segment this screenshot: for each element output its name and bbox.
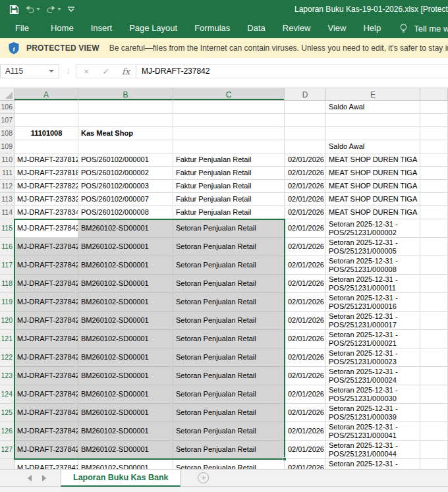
cell-F119[interactable] [420, 293, 448, 312]
cancel-icon[interactable]: × [76, 67, 96, 76]
cell-B119[interactable]: BM260102-SD00001 [78, 293, 173, 312]
cell-D109[interactable] [285, 140, 326, 153]
cell-B125[interactable]: BM260102-SD00001 [78, 404, 173, 422]
redo-button[interactable] [46, 5, 61, 14]
row-header-110[interactable]: 110 [0, 153, 14, 167]
row-header-117[interactable]: 117 [0, 256, 14, 275]
cell-F109[interactable] [420, 140, 448, 153]
cell-E111[interactable]: MEAT SHOP DUREN TIGA [326, 167, 420, 180]
column-header-B[interactable]: B [78, 88, 173, 101]
ribbon-tab-help[interactable]: Help [354, 18, 389, 38]
cell-A110[interactable]: MJ-DRAFT-237812 [14, 153, 78, 167]
cell-E116[interactable]: Setoran 2025-12-31 - POS/251231/000005 [326, 238, 420, 256]
cell-C107[interactable] [173, 114, 285, 127]
cell-A109[interactable] [14, 140, 78, 153]
cell-F116[interactable] [420, 238, 448, 256]
cell-C123[interactable]: Setoran Penjualan Retail [173, 367, 285, 385]
cell-A119[interactable]: MJ-DRAFT-237842 [14, 293, 78, 312]
row-header-108[interactable]: 108 [0, 127, 14, 140]
save-icon[interactable] [9, 5, 19, 14]
cell-D124[interactable]: 02/01/2026 [285, 385, 326, 404]
name-box[interactable]: A115 [0, 64, 59, 78]
cell-E120[interactable]: Setoran 2025-12-31 - POS/251231/000017 [326, 312, 420, 330]
cell-F111[interactable] [420, 167, 448, 180]
cell-C113[interactable]: Faktur Penjualan Retail [173, 193, 285, 206]
undo-dropdown-icon[interactable] [36, 8, 40, 11]
name-box-dropdown-icon[interactable] [49, 70, 54, 72]
column-header-F[interactable] [420, 88, 448, 101]
cell-E118[interactable]: Setoran 2025-12-31 - POS/251231/000011 [326, 275, 420, 293]
cell-B122[interactable]: BM260102-SD00001 [78, 348, 173, 367]
cell-E117[interactable]: Setoran 2025-12-31 - POS/251231/000008 [326, 256, 420, 275]
cell-F106[interactable] [420, 101, 448, 114]
row-header-124[interactable]: 124 [0, 385, 14, 404]
cell-D108[interactable] [285, 127, 326, 140]
cell-Bx[interactable]: BM260102-SD00001 [78, 459, 173, 469]
cell-A123[interactable]: MJ-DRAFT-237842 [14, 367, 78, 385]
cell-C108[interactable] [173, 127, 285, 140]
row-header-125[interactable]: 125 [0, 404, 14, 422]
redo-dropdown-icon[interactable] [57, 8, 61, 11]
ribbon-tab-view[interactable]: View [319, 18, 354, 38]
cell-B124[interactable]: BM260102-SD00001 [78, 385, 173, 404]
cell-F123[interactable] [420, 367, 448, 385]
insert-function-icon[interactable]: fx [116, 67, 136, 76]
cell-A125[interactable]: MJ-DRAFT-237842 [14, 404, 78, 422]
cell-E122[interactable]: Setoran 2025-12-31 - POS/251231/000023 [326, 348, 420, 367]
cell-C125[interactable]: Setoran Penjualan Retail [173, 404, 285, 422]
row-header-114[interactable]: 114 [0, 206, 14, 219]
row-header-partial[interactable] [0, 459, 14, 469]
row-header-112[interactable]: 112 [0, 180, 14, 193]
formula-bar-resize-handle[interactable]: ⁞ [67, 67, 69, 75]
row-header-126[interactable]: 126 [0, 422, 14, 441]
cell-A122[interactable]: MJ-DRAFT-237842 [14, 348, 78, 367]
cell-D116[interactable]: 02/01/2026 [285, 238, 326, 256]
row-header-122[interactable]: 122 [0, 348, 14, 367]
cell-C127[interactable]: Setoran Penjualan Retail [173, 441, 285, 459]
cell-F125[interactable] [420, 404, 448, 422]
cell-D115[interactable]: 02/01/2026 [285, 219, 326, 238]
cell-E108[interactable] [326, 127, 420, 140]
cell-D121[interactable]: 02/01/2026 [285, 330, 326, 348]
cell-D107[interactable] [285, 114, 326, 127]
cell-B106[interactable] [78, 101, 173, 114]
cell-D113[interactable]: 02/01/2026 [285, 193, 326, 206]
previous-sheet-icon[interactable] [28, 475, 32, 481]
row-header-115[interactable]: 115 [0, 219, 14, 238]
cell-A117[interactable]: MJ-DRAFT-237842 [14, 256, 78, 275]
cell-D118[interactable]: 02/01/2026 [285, 275, 326, 293]
sheet-tab-laporan-buku-kas-bank[interactable]: Laporan Buku Kas Bank [61, 470, 181, 487]
cell-C115[interactable]: Setoran Penjualan Retail [173, 219, 285, 238]
cell-E121[interactable]: Setoran 2025-12-31 - POS/251231/000021 [326, 330, 420, 348]
row-header-109[interactable]: 109 [0, 140, 14, 153]
cell-A115[interactable]: MJ-DRAFT-237842 [14, 219, 78, 238]
ribbon-tab-home[interactable]: Home [42, 18, 82, 38]
cell-C106[interactable] [173, 101, 285, 114]
cell-A106[interactable] [14, 101, 78, 114]
cell-A114[interactable]: MJ-DRAFT-237834 [14, 206, 78, 219]
cell-F122[interactable] [420, 348, 448, 367]
cell-E127[interactable]: Setoran 2025-12-31 - POS/251231/000044 [326, 441, 420, 459]
cell-Dx[interactable]: 02/01/2026 [285, 459, 326, 469]
cell-B123[interactable]: BM260102-SD00001 [78, 367, 173, 385]
cell-E115[interactable]: Setoran 2025-12-31 - POS/251231/000002 [326, 219, 420, 238]
cell-A120[interactable]: MJ-DRAFT-237842 [14, 312, 78, 330]
cell-E110[interactable]: MEAT SHOP DUREN TIGA [326, 153, 420, 167]
cell-F121[interactable] [420, 330, 448, 348]
ribbon-tab-formulas[interactable]: Formulas [186, 18, 238, 38]
cell-B112[interactable]: POS/260102/000003 [78, 180, 173, 193]
ribbon-tab-insert[interactable]: Insert [82, 18, 121, 38]
cell-E124[interactable]: Setoran 2025-12-31 - POS/251231/000030 [326, 385, 420, 404]
cell-C120[interactable]: Setoran Penjualan Retail [173, 312, 285, 330]
next-sheet-icon[interactable] [42, 475, 46, 481]
cell-A121[interactable]: MJ-DRAFT-237842 [14, 330, 78, 348]
cell-D114[interactable]: 02/01/2026 [285, 206, 326, 219]
row-header-120[interactable]: 120 [0, 312, 14, 330]
row-header-106[interactable]: 106 [0, 101, 14, 114]
cell-D112[interactable]: 02/01/2026 [285, 180, 326, 193]
cell-Cx[interactable]: Setoran Penjualan Retail [173, 459, 285, 469]
column-header-C[interactable]: C [173, 88, 285, 101]
cell-A118[interactable]: MJ-DRAFT-237842 [14, 275, 78, 293]
cell-C116[interactable]: Setoran Penjualan Retail [173, 238, 285, 256]
cell-E123[interactable]: Setoran 2025-12-31 - POS/251231/000024 [326, 367, 420, 385]
